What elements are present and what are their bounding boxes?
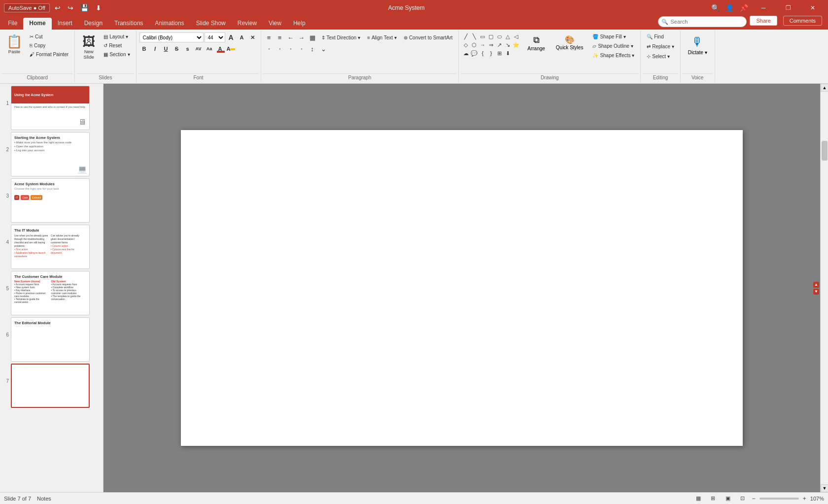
increase-font-button[interactable]: A (226, 33, 236, 42)
new-slide-button[interactable]: 🖼 NewSlide (78, 33, 100, 62)
arrange-button[interactable]: ⧉ Arrange (523, 33, 550, 54)
shape-star[interactable]: ⭐ (512, 41, 520, 49)
tab-home[interactable]: Home (23, 18, 51, 30)
increase-indent-button[interactable]: → (297, 33, 307, 42)
slide-item-5[interactable]: 5 The Customer Care Module New System (A… (2, 271, 101, 315)
shape-callout[interactable]: 💬 (470, 49, 478, 57)
section-button[interactable]: ▦ Section ▾ (101, 50, 133, 59)
font-label[interactable]: Font (138, 73, 259, 81)
tab-file[interactable]: File (2, 18, 23, 30)
underline-button[interactable]: U (161, 44, 171, 54)
close-button[interactable]: ✕ (801, 0, 824, 16)
tab-review[interactable]: Review (232, 18, 263, 30)
paste-button[interactable]: 📋 Paste (3, 33, 26, 57)
convert-smartart-button[interactable]: ⊛ Convert to SmartArt (401, 34, 455, 42)
shape-arrow4[interactable]: ↘ (504, 41, 512, 49)
ribbon-pin-icon[interactable]: 📌 (738, 3, 750, 13)
scroll-up-button[interactable]: ▲ (821, 84, 828, 92)
clipboard-label[interactable]: Clipboard (2, 73, 72, 81)
tab-help[interactable]: Help (287, 18, 311, 30)
shape-line[interactable]: ╱ (462, 33, 470, 40)
slide-thumb-4[interactable]: The IT Module Use when you've already go… (11, 225, 90, 269)
numbered-button[interactable]: ≡ (275, 33, 285, 42)
paragraph-label[interactable]: Paragraph (263, 73, 457, 81)
slide-item-6[interactable]: 6 The Editorial Module (2, 317, 101, 362)
slide-item-7[interactable]: 7 (2, 364, 101, 408)
slide-sorter-button[interactable]: ⊞ (708, 494, 719, 503)
shape-outline-button[interactable]: ▱ Shape Outline ▾ (589, 42, 637, 50)
bold-button[interactable]: B (139, 44, 149, 54)
zoom-in-button[interactable]: + (803, 495, 806, 502)
scroll-down-button[interactable]: ▼ (821, 484, 828, 492)
shape-bracket2[interactable]: } (487, 49, 495, 57)
customize-qat-button[interactable]: ⬇ (94, 3, 104, 13)
scroll-indicator-top[interactable]: ▲ (813, 282, 819, 288)
shape-effects-button[interactable]: ✨ Shape Effects ▾ (589, 51, 637, 60)
decrease-font-button[interactable]: A (237, 33, 247, 42)
reset-button[interactable]: ↺ Reset (101, 41, 133, 50)
replace-button[interactable]: ⇄ Replace ▾ (644, 42, 677, 51)
undo-button[interactable]: ↩ (53, 3, 63, 13)
slide-item-4[interactable]: 4 The IT Module Use when you've already … (2, 225, 101, 269)
shape-diamond[interactable]: ◇ (462, 41, 470, 49)
shape-cloud[interactable]: ☁ (462, 49, 470, 57)
vertical-scrollbar[interactable]: ▲ ▼ (820, 84, 828, 492)
share-button[interactable]: Share (750, 16, 777, 26)
align-text-button[interactable]: ≡ Align Text ▾ (364, 34, 400, 42)
font-color-button[interactable]: A (215, 44, 225, 54)
italic-button[interactable]: I (150, 44, 160, 54)
comments-button[interactable]: Comments (783, 16, 822, 26)
minimize-button[interactable]: ─ (752, 0, 775, 16)
shape-down[interactable]: ⬇ (504, 49, 512, 57)
shadow-button[interactable]: s (183, 44, 193, 54)
more-paragraph-button[interactable]: ⌄ (318, 44, 329, 54)
slide-thumb-7[interactable] (11, 364, 90, 408)
voice-label[interactable]: Voice (683, 73, 713, 81)
shape-ellipse[interactable]: ⬭ (495, 33, 503, 40)
slide-thumb-1[interactable]: Using the Acme System How to use the sys… (11, 86, 90, 130)
clear-format-button[interactable]: ✕ (248, 33, 258, 42)
notes-button[interactable]: Notes (37, 496, 51, 502)
columns-button[interactable]: ▦ (308, 33, 317, 42)
select-button[interactable]: ⊹ Select ▾ (644, 52, 673, 61)
zoom-slider[interactable] (759, 498, 799, 500)
shape-arrow[interactable]: → (479, 41, 486, 49)
slide-thumb-3[interactable]: Acme System Modules Choose the right one… (11, 178, 90, 223)
decrease-indent-button[interactable]: ← (286, 33, 296, 42)
align-center-button[interactable]: ⬝ (275, 44, 285, 54)
autosave-button[interactable]: AutoSave ● Off (4, 3, 50, 12)
scroll-indicator-bottom[interactable]: ▼ (813, 289, 819, 295)
char-spacing-button[interactable]: AV (194, 44, 204, 54)
shape-bracket1[interactable]: { (479, 49, 486, 57)
profile-icon[interactable]: 👤 (724, 3, 736, 13)
font-size-select[interactable]: 44 (205, 33, 225, 42)
slideshow-view-button[interactable]: ⊡ (737, 494, 748, 503)
slide-item-2[interactable]: 2 Starting the Acme System • Make sure y… (2, 132, 101, 176)
shape-line2[interactable]: ╲ (470, 33, 478, 40)
text-direction-button[interactable]: ⇕ Text Direction ▾ (318, 34, 364, 42)
reading-view-button[interactable]: ▣ (723, 494, 733, 503)
shape-more[interactable]: ⊞ (495, 49, 503, 57)
tab-slideshow[interactable]: Slide Show (190, 18, 232, 30)
shape-rect[interactable]: ▭ (479, 33, 486, 40)
redo-button[interactable]: ↪ (66, 3, 75, 13)
layout-button[interactable]: ▤ Layout ▾ (101, 33, 133, 41)
slide-thumb-2[interactable]: Starting the Acme System • Make sure you… (11, 132, 90, 176)
editing-label[interactable]: Editing (643, 73, 678, 81)
zoom-out-button[interactable]: − (752, 495, 756, 502)
shape-fill-button[interactable]: 🪣 Shape Fill ▾ (589, 33, 637, 41)
slide-item-1[interactable]: 1 Using the Acme System How to use the s… (2, 86, 101, 130)
tab-design[interactable]: Design (78, 18, 108, 30)
search-icon[interactable]: 🔍 (709, 3, 722, 13)
strikethrough-button[interactable]: S (172, 44, 182, 54)
restore-button[interactable]: ❐ (777, 0, 799, 16)
dictate-button[interactable]: 🎙 Dictate ▾ (684, 33, 712, 58)
align-right-button[interactable]: ⬝ (286, 44, 296, 54)
align-left-button[interactable]: ⬝ (264, 44, 274, 54)
format-painter-button[interactable]: 🖌 Format Painter (27, 50, 71, 59)
drawing-label[interactable]: Drawing (461, 73, 638, 81)
bullets-button[interactable]: ≡ (264, 33, 274, 42)
tab-animations[interactable]: Animations (149, 18, 190, 30)
scroll-thumb[interactable] (822, 141, 828, 161)
tab-transitions[interactable]: Transitions (108, 18, 149, 30)
